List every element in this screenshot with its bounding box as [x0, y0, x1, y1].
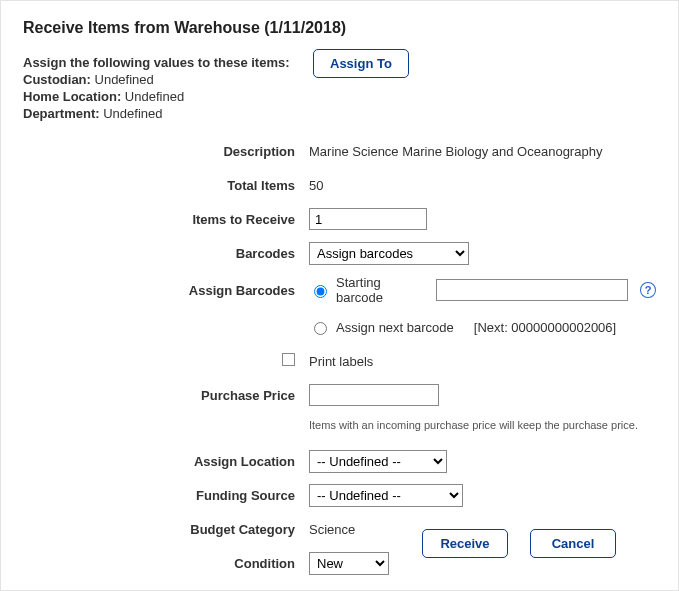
print-labels-label: Print labels [309, 354, 656, 369]
receive-button[interactable]: Receive [422, 529, 508, 558]
starting-barcode-label: Starting barcode [336, 275, 430, 305]
custodian-value: Undefined [95, 72, 154, 87]
starting-barcode-input[interactable] [436, 279, 629, 301]
items-to-receive-input[interactable] [309, 208, 427, 230]
help-icon[interactable]: ? [640, 282, 656, 298]
purchase-price-input[interactable] [309, 384, 439, 406]
next-barcode-text: [Next: 00000000002006] [474, 320, 616, 335]
custodian-label: Custodian: [23, 72, 91, 87]
department-value: Undefined [103, 106, 162, 121]
assign-location-label: Assign Location [23, 454, 309, 469]
condition-select[interactable]: New [309, 552, 389, 575]
cancel-button[interactable]: Cancel [530, 529, 616, 558]
assign-barcodes-label: Assign Barcodes [23, 283, 309, 298]
assign-next-barcode-label: Assign next barcode [336, 320, 454, 335]
items-to-receive-label: Items to Receive [23, 212, 309, 227]
description-value: Marine Science Marine Biology and Oceano… [309, 144, 656, 159]
budget-category-label: Budget Category [23, 522, 309, 537]
assign-next-barcode-radio[interactable] [314, 322, 327, 335]
footer-buttons: Receive Cancel [422, 529, 616, 558]
description-label: Description [23, 144, 309, 159]
starting-barcode-radio[interactable] [314, 285, 327, 298]
page-title: Receive Items from Warehouse (1/11/2018) [23, 19, 656, 37]
department-label: Department: [23, 106, 100, 121]
funding-source-label: Funding Source [23, 488, 309, 503]
total-items-label: Total Items [23, 178, 309, 193]
assign-location-select[interactable]: -- Undefined -- [309, 450, 447, 473]
purchase-price-label: Purchase Price [23, 388, 309, 403]
print-labels-checkbox[interactable] [282, 353, 295, 366]
condition-label: Condition [23, 556, 309, 571]
home-location-label: Home Location: [23, 89, 121, 104]
assign-to-button[interactable]: Assign To [313, 49, 409, 78]
purchase-price-hint: Items with an incoming purchase price wi… [309, 419, 656, 431]
home-location-value: Undefined [125, 89, 184, 104]
funding-source-select[interactable]: -- Undefined -- [309, 484, 463, 507]
receive-items-dialog: Receive Items from Warehouse (1/11/2018)… [0, 0, 679, 591]
assign-values-section: Assign To Assign the following values to… [23, 55, 656, 121]
total-items-value: 50 [309, 178, 656, 193]
barcodes-label: Barcodes [23, 246, 309, 261]
barcodes-select[interactable]: Assign barcodes [309, 242, 469, 265]
form-area: Description Marine Science Marine Biolog… [23, 139, 656, 575]
